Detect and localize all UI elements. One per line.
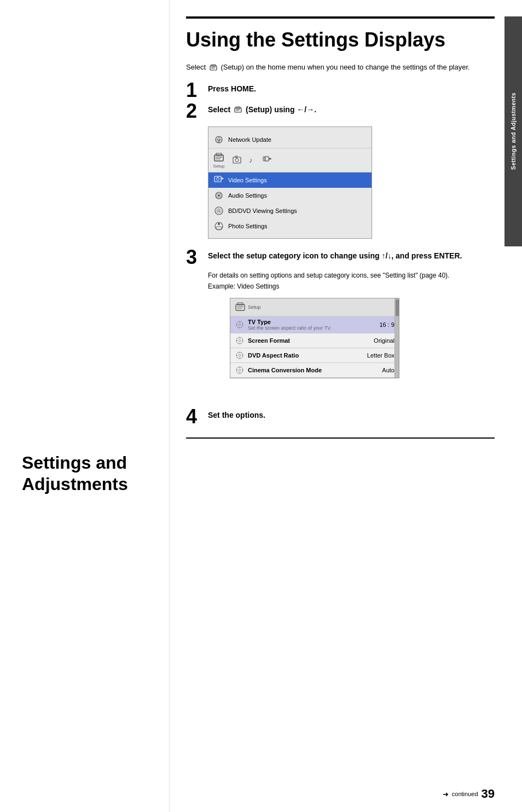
settings-row-tv-type: TV Type Set the screen aspect ratio of y… [230, 316, 399, 333]
bottom-border-line [186, 437, 495, 439]
settings-scrollbar [395, 298, 399, 378]
tv-type-label: TV Type Set the screen aspect ratio of y… [248, 319, 364, 331]
svg-point-52 [239, 354, 241, 356]
svg-marker-25 [222, 177, 224, 180]
menu-item-audio: Audio Settings [208, 188, 372, 203]
svg-point-33 [218, 223, 220, 225]
scrollbar-thumb [396, 300, 399, 316]
dvd-aspect-label: DVD Aspect Ratio [248, 352, 364, 359]
network-icon [213, 134, 225, 146]
vertical-tab-label: Settings and Adjustments [510, 93, 517, 170]
step-3-detail: For details on setting options and setup… [208, 270, 495, 280]
top-border-line [186, 16, 495, 19]
step-4-number: 4 [186, 407, 208, 427]
main-content: Using the Settings Displays Select (Setu… [170, 0, 522, 812]
photo-settings-label: Photo Settings [228, 223, 268, 229]
video-settings-label: Video Settings [228, 177, 267, 183]
svg-point-30 [218, 210, 220, 212]
svg-rect-10 [214, 155, 223, 161]
settings-row-screen-format: Screen Format Original [230, 333, 399, 348]
svg-point-23 [217, 177, 219, 180]
menu-item-video: Video Settings [208, 172, 372, 188]
step-4: 4 Set the options. [186, 409, 495, 427]
bddvd-settings-icon [213, 205, 225, 217]
svg-rect-24 [217, 177, 219, 177]
audio-settings-icon [213, 189, 225, 201]
svg-point-40 [239, 324, 241, 326]
music-icon-menu: ♪ [247, 154, 258, 165]
settings-box-header: Setup [230, 298, 399, 316]
page-number: 39 [482, 787, 495, 801]
svg-point-58 [239, 369, 241, 371]
sidebar-title-line2: Adjustments [22, 474, 128, 494]
photo-icon-menu [231, 154, 242, 165]
menu-screenshot: Network Update Setup [208, 126, 372, 239]
svg-point-27 [218, 194, 220, 197]
svg-point-29 [215, 207, 223, 215]
step-1: 1 Press HOME. [186, 83, 495, 100]
page-title: Using the Settings Displays [186, 28, 495, 51]
svg-point-15 [235, 159, 239, 162]
settings-row-cinema: Cinema Conversion Mode Auto [230, 363, 399, 378]
svg-marker-21 [269, 158, 272, 160]
cinema-icon [235, 365, 245, 375]
sidebar-title-line1: Settings and [22, 453, 127, 473]
svg-rect-35 [236, 304, 245, 310]
sidebar-title: Settings and Adjustments [22, 452, 169, 494]
svg-rect-14 [233, 157, 241, 163]
menu-top-row: Network Update [208, 131, 372, 148]
intro-select-text: Select [186, 63, 208, 71]
bddvd-settings-label: BD/DVD Viewing Settings [228, 208, 297, 214]
settings-row-dvd-aspect: DVD Aspect Ratio Letter Box [230, 348, 399, 363]
step-3-number: 3 [186, 247, 208, 267]
svg-rect-20 [264, 158, 265, 160]
dvd-aspect-icon [235, 350, 245, 360]
step-2-number: 2 [186, 101, 208, 121]
intro-paragraph: Select (Setup) on the home menu when you… [186, 62, 495, 73]
screen-format-value: Original [364, 337, 395, 344]
svg-point-31 [217, 208, 222, 213]
menu-item-bddvd: BD/DVD Viewing Settings [208, 203, 372, 218]
step-2-content: Select (Setup) using ←/→. [208, 103, 495, 116]
step-4-content: Set the options. [208, 409, 495, 421]
setup-menu-label: Setup [213, 164, 225, 169]
step-3-block: 3 Select the setup category icon to chan… [186, 250, 495, 400]
svg-rect-18 [263, 157, 269, 161]
vertical-section-tab: Settings and Adjustments [504, 16, 522, 246]
audio-settings-label: Audio Settings [228, 192, 267, 199]
step-2-text-select: Select [208, 105, 233, 114]
screen-format-icon [235, 336, 245, 345]
video-settings-icon [213, 174, 225, 186]
continued-arrow: ➜ [443, 790, 449, 798]
settings-header-label: Setup [248, 304, 261, 310]
step-3-content: Select the setup category icon to change… [208, 250, 495, 262]
photo-settings-icon [213, 220, 225, 232]
screen-format-label: Screen Format [248, 337, 364, 344]
setup-icon-step2 [234, 106, 242, 114]
video-icon-menu [262, 154, 273, 165]
step-2: 2 Select (Setup) using ←/→. [186, 103, 495, 121]
page-footer: ➜ continued 39 [443, 787, 495, 801]
dvd-aspect-value: Letter Box [364, 352, 395, 359]
network-update-label: Network Update [228, 136, 271, 143]
menu-item-photo: Photo Settings [208, 218, 372, 234]
page-container: Settings and Adjustments Using the Setti… [0, 0, 522, 812]
tv-type-wrench-icon [235, 320, 245, 330]
left-sidebar: Settings and Adjustments [0, 0, 170, 812]
setup-icon-menu [213, 152, 225, 164]
example-settings-box: Setup [230, 298, 399, 378]
step-1-number: 1 [186, 80, 208, 100]
step-3-example: Example: Video Settings [208, 283, 495, 290]
svg-rect-19 [265, 157, 269, 161]
svg-point-46 [239, 339, 241, 342]
step-3: 3 Select the setup category icon to chan… [186, 250, 495, 267]
intro-main-text: (Setup) on the home menu when you need t… [221, 63, 469, 71]
setup-icon [209, 64, 218, 72]
svg-text:♪: ♪ [249, 156, 253, 164]
tv-type-value: 16 : 9 [364, 321, 395, 328]
step-2-text-rest: (Setup) using ←/→. [246, 105, 316, 114]
continued-text: continued [452, 791, 478, 797]
cinema-label: Cinema Conversion Mode [248, 367, 364, 373]
menu-icons-row: Setup ♪ [208, 148, 372, 172]
settings-header-icon [235, 302, 246, 313]
